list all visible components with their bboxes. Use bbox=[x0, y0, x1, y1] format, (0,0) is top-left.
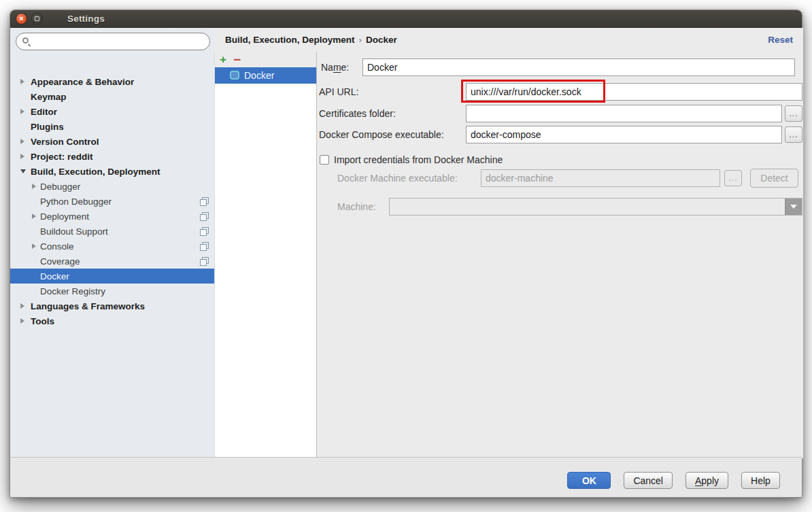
certificates-browse-button[interactable]: ... bbox=[785, 105, 802, 122]
breadcrumb: Build, Execution, Deployment›Docker bbox=[225, 35, 397, 45]
sidebar-item-deployment[interactable]: Deployment bbox=[10, 209, 214, 224]
expand-arrow-icon[interactable] bbox=[32, 214, 36, 219]
breadcrumb-current: Docker bbox=[366, 35, 397, 45]
docker-server-list-panel: + − Docker bbox=[214, 52, 316, 458]
shared-settings-icon bbox=[200, 257, 209, 266]
maximize-icon[interactable] bbox=[31, 13, 43, 24]
dialog-buttons: OK Cancel Apply Help bbox=[567, 472, 780, 489]
expand-arrow-icon[interactable] bbox=[32, 243, 36, 249]
window-title: Settings bbox=[67, 14, 105, 24]
sidebar-item-console[interactable]: Console bbox=[10, 239, 214, 254]
apply-button[interactable]: Apply bbox=[686, 472, 728, 489]
reset-link[interactable]: Reset bbox=[768, 35, 793, 45]
collapse-arrow-icon[interactable] bbox=[20, 169, 26, 173]
list-item-docker[interactable]: Docker bbox=[215, 67, 316, 84]
detect-button[interactable]: Detect bbox=[750, 169, 798, 188]
search-box[interactable] bbox=[16, 33, 210, 50]
expand-arrow-icon[interactable] bbox=[20, 303, 24, 309]
search-icon bbox=[22, 37, 29, 44]
sidebar-item-languages-frameworks[interactable]: Languages & Frameworks bbox=[10, 298, 214, 313]
sidebar-item-label: Appearance & Behavior bbox=[31, 77, 134, 87]
machine-select[interactable] bbox=[389, 198, 802, 216]
import-credentials-row: Import credentials from Docker Machine bbox=[320, 151, 503, 169]
sidebar-item-plugins[interactable]: Plugins bbox=[10, 119, 214, 134]
sidebar-item-label: Languages & Frameworks bbox=[31, 301, 145, 311]
sidebar-item-label: Tools bbox=[31, 316, 54, 326]
sidebar-item-project-reddit[interactable]: Project: reddit bbox=[10, 149, 214, 164]
docker-compose-browse-button[interactable]: ... bbox=[785, 126, 802, 143]
dropdown-arrow-icon[interactable] bbox=[785, 199, 802, 215]
sidebar-item-build-execution-deployment[interactable]: Build, Execution, Deployment bbox=[10, 164, 214, 179]
sidebar-item-version-control[interactable]: Version Control bbox=[10, 134, 214, 149]
sidebar-item-python-debugger[interactable]: Python Debugger bbox=[10, 194, 214, 209]
shared-settings-icon bbox=[200, 212, 209, 221]
docker-machine-exe-field[interactable] bbox=[481, 169, 720, 187]
expand-arrow-icon[interactable] bbox=[20, 318, 24, 324]
api-url-label: API URL: bbox=[319, 83, 358, 101]
sidebar-item-label: Docker Registry bbox=[40, 286, 105, 296]
expand-arrow-icon[interactable] bbox=[20, 154, 24, 159]
sidebar-item-label: Deployment bbox=[40, 211, 89, 222]
docker-machine-exe-label: Docker Machine executable: bbox=[337, 169, 458, 187]
sidebar-item-label: Coverage bbox=[40, 256, 80, 267]
sidebar-item-label: Version Control bbox=[31, 137, 99, 147]
docker-machine-browse-button[interactable]: ... bbox=[724, 170, 742, 186]
list-toolbar: + − bbox=[215, 52, 316, 67]
sidebar-item-buildout-support[interactable]: Buildout Support bbox=[10, 224, 214, 239]
sidebar-item-docker-registry[interactable]: Docker Registry bbox=[10, 284, 214, 298]
help-button[interactable]: Help bbox=[741, 472, 780, 489]
sidebar-item-label: Keymap bbox=[31, 92, 67, 102]
sidebar-item-appearance-behavior[interactable]: Appearance & Behavior bbox=[10, 74, 214, 89]
sidebar-item-editor[interactable]: Editor bbox=[10, 104, 214, 119]
sidebar-item-label: Build, Execution, Deployment bbox=[31, 167, 160, 177]
import-credentials-checkbox[interactable] bbox=[320, 155, 329, 165]
settings-sidebar: Appearance & Behavior Keymap Editor Plug… bbox=[10, 28, 214, 458]
import-credentials-label: Import credentials from Docker Machine bbox=[334, 151, 503, 169]
sidebar-item-label: Docker bbox=[40, 271, 69, 281]
shared-settings-icon bbox=[200, 227, 209, 236]
expand-arrow-icon[interactable] bbox=[20, 109, 24, 114]
cancel-button[interactable]: Cancel bbox=[624, 472, 673, 489]
sidebar-item-label: Editor bbox=[31, 107, 57, 117]
shared-settings-icon bbox=[200, 242, 209, 251]
sidebar-item-label: Project: reddit bbox=[31, 152, 93, 162]
expand-arrow-icon[interactable] bbox=[20, 139, 24, 144]
breadcrumb-separator: › bbox=[359, 35, 362, 45]
sidebar-item-label: Buildout Support bbox=[40, 226, 108, 237]
sidebar-item-label: Console bbox=[40, 241, 74, 252]
sidebar-item-label: Debugger bbox=[40, 182, 80, 192]
settings-tree: Appearance & Behavior Keymap Editor Plug… bbox=[10, 56, 214, 458]
list-item-label: Docker bbox=[244, 70, 274, 81]
titlebar: × Settings bbox=[10, 10, 802, 28]
ok-button[interactable]: OK bbox=[567, 472, 611, 489]
maximize-glyph bbox=[35, 16, 39, 21]
sidebar-item-docker[interactable]: Docker bbox=[10, 269, 214, 284]
page-header: Build, Execution, Deployment›Docker Rese… bbox=[214, 28, 803, 52]
sidebar-item-coverage[interactable]: Coverage bbox=[10, 254, 214, 269]
add-button[interactable]: + bbox=[220, 54, 226, 65]
dialog-footer: OK Cancel Apply Help bbox=[10, 457, 802, 497]
shared-settings-icon bbox=[200, 197, 209, 206]
remove-button[interactable]: − bbox=[233, 53, 241, 66]
expand-arrow-icon[interactable] bbox=[20, 79, 24, 84]
machine-label: Machine: bbox=[337, 198, 376, 216]
expand-arrow-icon[interactable] bbox=[32, 184, 36, 189]
search-input[interactable] bbox=[34, 34, 204, 49]
name-label: Name: bbox=[321, 58, 349, 76]
sidebar-item-label: Python Debugger bbox=[40, 197, 112, 207]
docker-settings-form: Name: API URL: Certificates folder: ... … bbox=[316, 52, 803, 458]
certificates-folder-label: Certificates folder: bbox=[319, 105, 396, 122]
docker-compose-field[interactable] bbox=[466, 126, 782, 143]
name-field[interactable] bbox=[362, 58, 795, 76]
settings-window: × Settings Appearance & Behavior Keymap … bbox=[10, 10, 802, 498]
sidebar-item-keymap[interactable]: Keymap bbox=[10, 89, 214, 104]
certificates-folder-field[interactable] bbox=[466, 105, 782, 122]
api-url-field[interactable] bbox=[466, 83, 802, 101]
sidebar-item-tools[interactable]: Tools bbox=[10, 313, 214, 328]
breadcrumb-root[interactable]: Build, Execution, Deployment bbox=[225, 35, 355, 45]
docker-icon bbox=[230, 71, 239, 80]
sidebar-item-label: Plugins bbox=[31, 122, 64, 132]
close-icon[interactable]: × bbox=[16, 13, 27, 24]
docker-compose-label: Docker Compose executable: bbox=[319, 126, 444, 143]
sidebar-item-debugger[interactable]: Debugger bbox=[10, 179, 214, 194]
